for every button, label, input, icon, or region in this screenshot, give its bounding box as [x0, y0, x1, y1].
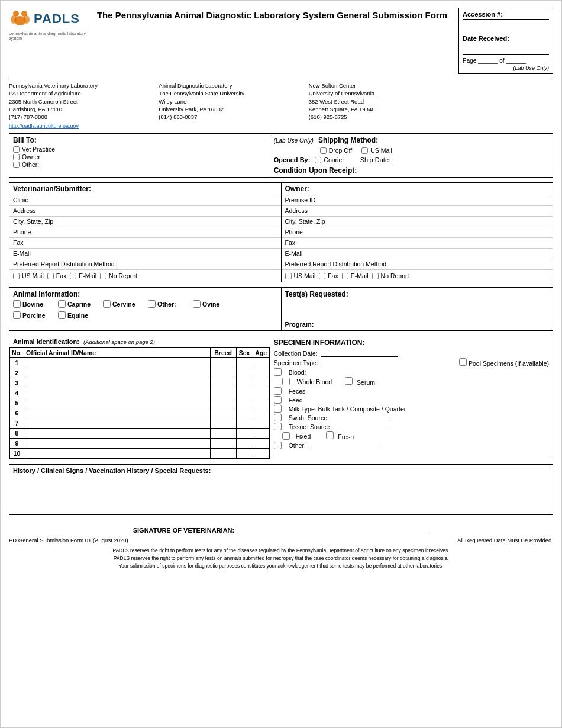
ovine-checkbox[interactable]	[193, 300, 201, 308]
bill-owner-checkbox[interactable]	[13, 154, 20, 160]
sex-input[interactable]	[238, 440, 251, 447]
cervine-checkbox[interactable]	[103, 300, 111, 308]
breed-cell[interactable]	[210, 358, 236, 368]
whole-blood-checkbox[interactable]	[282, 378, 290, 385]
history-content-area[interactable]	[13, 476, 549, 512]
breed-input[interactable]	[212, 370, 234, 376]
animal-id-name-cell[interactable]	[24, 408, 211, 418]
sex-cell[interactable]	[236, 439, 253, 449]
breed-input[interactable]	[212, 410, 234, 417]
milk-checkbox[interactable]	[274, 405, 282, 413]
breed-input[interactable]	[212, 380, 234, 386]
age-input[interactable]	[255, 380, 267, 386]
owner-email-checkbox[interactable]	[342, 273, 348, 279]
equine-checkbox[interactable]	[58, 311, 66, 319]
feces-checkbox[interactable]	[274, 387, 282, 395]
age-input[interactable]	[255, 390, 267, 397]
blood-checkbox[interactable]	[274, 368, 282, 376]
age-cell[interactable]	[253, 429, 269, 439]
breed-input[interactable]	[212, 400, 234, 407]
age-input[interactable]	[255, 360, 267, 366]
age-cell[interactable]	[253, 398, 269, 408]
animal-id-input[interactable]	[26, 420, 208, 427]
age-input[interactable]	[255, 400, 267, 407]
age-input[interactable]	[255, 440, 267, 447]
animal-id-name-cell[interactable]	[24, 418, 211, 429]
age-cell[interactable]	[253, 378, 269, 388]
breed-cell[interactable]	[210, 418, 236, 429]
sex-cell[interactable]	[236, 408, 253, 418]
sex-cell[interactable]	[236, 418, 253, 429]
sex-input[interactable]	[238, 370, 251, 376]
animal-id-input[interactable]	[26, 390, 208, 397]
sex-input[interactable]	[238, 400, 251, 407]
animal-id-input[interactable]	[26, 410, 208, 417]
pool-specimens-checkbox[interactable]	[459, 358, 467, 366]
animal-id-name-cell[interactable]	[24, 439, 211, 449]
age-cell[interactable]	[253, 388, 269, 398]
breed-cell[interactable]	[210, 429, 236, 439]
animal-id-name-cell[interactable]	[24, 429, 211, 439]
vet-noreport-checkbox[interactable]	[100, 273, 106, 279]
fixed-checkbox[interactable]	[282, 432, 290, 440]
age-input[interactable]	[255, 410, 267, 417]
swab-field[interactable]	[331, 414, 390, 421]
age-input[interactable]	[255, 370, 267, 376]
owner-noreport-checkbox[interactable]	[372, 273, 379, 279]
caprine-checkbox[interactable]	[58, 300, 66, 308]
breed-input[interactable]	[212, 420, 234, 427]
animal-id-input[interactable]	[26, 370, 208, 376]
sex-input[interactable]	[238, 430, 251, 437]
age-input[interactable]	[255, 430, 267, 437]
age-cell[interactable]	[253, 439, 269, 449]
owner-fax-checkbox[interactable]	[319, 273, 325, 279]
age-cell[interactable]	[253, 418, 269, 429]
animal-id-name-cell[interactable]	[24, 378, 211, 388]
porcine-checkbox[interactable]	[13, 311, 21, 319]
sex-input[interactable]	[238, 360, 251, 366]
breed-cell[interactable]	[210, 388, 236, 398]
bill-other-checkbox[interactable]	[13, 162, 20, 168]
owner-usmail-checkbox[interactable]	[285, 273, 292, 279]
age-cell[interactable]	[253, 368, 269, 378]
breed-input[interactable]	[212, 440, 234, 447]
animal-id-name-cell[interactable]	[24, 358, 211, 368]
us-mail-checkbox[interactable]	[361, 147, 368, 154]
breed-input[interactable]	[212, 360, 234, 366]
animal-id-input[interactable]	[26, 400, 208, 407]
animal-id-input[interactable]	[26, 450, 208, 457]
sex-cell[interactable]	[236, 368, 253, 378]
sex-cell[interactable]	[236, 388, 253, 398]
breed-input[interactable]	[212, 390, 234, 397]
breed-cell[interactable]	[210, 378, 236, 388]
bovine-checkbox[interactable]	[13, 300, 21, 308]
tissue-field[interactable]	[333, 423, 392, 430]
other-specimen-field[interactable]	[309, 442, 380, 449]
swab-checkbox[interactable]	[274, 414, 282, 421]
animal-id-input[interactable]	[26, 440, 208, 447]
sex-cell[interactable]	[236, 398, 253, 408]
serum-checkbox[interactable]	[345, 377, 353, 385]
breed-cell[interactable]	[210, 408, 236, 418]
sex-cell[interactable]	[236, 449, 253, 459]
sex-cell[interactable]	[236, 378, 253, 388]
sex-cell[interactable]	[236, 429, 253, 439]
animal-id-name-cell[interactable]	[24, 368, 211, 378]
animal-id-input[interactable]	[26, 360, 208, 366]
breed-cell[interactable]	[210, 398, 236, 408]
vet-email-checkbox[interactable]	[70, 273, 76, 279]
breed-cell[interactable]	[210, 439, 236, 449]
feed-checkbox[interactable]	[274, 396, 282, 404]
breed-cell[interactable]	[210, 449, 236, 459]
sex-input[interactable]	[238, 390, 251, 397]
animal-id-name-cell[interactable]	[24, 388, 211, 398]
collection-date-field[interactable]	[321, 349, 398, 357]
animal-id-name-cell[interactable]	[24, 398, 211, 408]
vet-usmail-checkbox[interactable]	[13, 273, 20, 279]
fresh-checkbox[interactable]	[326, 431, 334, 439]
bill-vet-practice-checkbox[interactable]	[13, 146, 20, 153]
sex-input[interactable]	[238, 410, 251, 417]
age-cell[interactable]	[253, 449, 269, 459]
courier-checkbox[interactable]	[315, 157, 321, 163]
vet-fax-checkbox[interactable]	[47, 273, 54, 279]
